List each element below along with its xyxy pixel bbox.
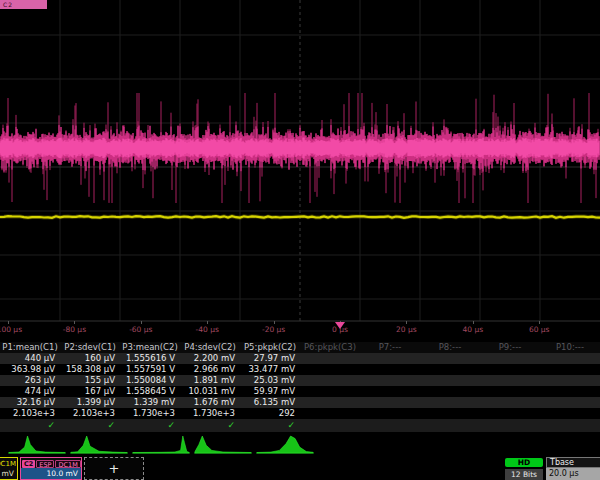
measure-value [420,386,480,397]
timebase-descriptor[interactable]: Tbase 20.0 µs [546,457,600,480]
measure-value [360,375,420,386]
measure-row: 263 µV155 µV1.550084 V1.891 mV25.03 mV [0,375,600,386]
time-axis-label: -40 µs [196,325,219,334]
measure-value: 167 µV [60,386,120,397]
status-check-icon: ✓ [0,419,60,432]
status-check-empty [360,419,420,432]
measure-value [480,353,540,364]
c2-channel-badge: C2 [22,460,35,468]
measure-value: 27.97 mV [240,353,300,364]
time-axis-tick [207,321,208,324]
active-trace-badge[interactable]: C2 [0,0,47,9]
measure-value [360,408,420,419]
measure-header-7[interactable]: P7:--- [360,342,420,353]
measure-value [300,353,360,364]
measure-value: 2.103e+3 [0,408,60,419]
add-trace-button[interactable]: + [84,457,144,480]
measure-value [420,353,480,364]
measure-value [480,386,540,397]
measure-value: 440 µV [0,353,60,364]
timebase-value: 20.0 µs [546,468,600,480]
measure-value [540,364,600,375]
time-axis-label: -20 µs [262,325,285,334]
resolution-bits-label: 12 Bits [505,469,543,480]
measure-header-1[interactable]: P1:mean(C1) [0,342,60,353]
measure-header-row: P1:mean(C1)P2:sdev(C1)P3:mean(C2)P4:sdev… [0,342,600,353]
measure-value: 1.558645 V [120,386,180,397]
measure-value: 1.730e+3 [180,408,240,419]
channel-c2-descriptor[interactable]: C2 ESP DC1M 10.0 mV [20,457,82,480]
histicon-p4[interactable] [194,433,252,456]
status-check-icon: ✓ [180,419,240,432]
time-axis-label: 40 µs [462,325,483,334]
measure-value: 1.339 mV [120,397,180,408]
measure-value: 10.031 mV [180,386,240,397]
status-check-empty [300,419,360,432]
measure-value: 2.103e+3 [60,408,120,419]
measure-value: 2.200 mV [180,353,240,364]
trigger-position-marker[interactable] [335,322,345,329]
waveform-grid [0,0,600,322]
measure-value: 292 [240,408,300,419]
status-check-empty [480,419,540,432]
measure-row: 32.16 µV1.399 µV1.339 mV1.676 mV6.135 mV [0,397,600,408]
c2-coupling-badge: DC1M [55,460,80,468]
measure-value [300,375,360,386]
measure-header-9[interactable]: P9:--- [480,342,540,353]
status-check-empty [540,419,600,432]
measure-header-3[interactable]: P3:mean(C2) [120,342,180,353]
time-axis-label: -100 µs [0,325,22,334]
measure-value [480,364,540,375]
measure-value [360,364,420,375]
measure-value [480,397,540,408]
measure-value: 1.891 mV [180,375,240,386]
histicon-p1[interactable] [8,433,66,456]
measure-value: 1.557591 V [120,364,180,375]
histicon-p2[interactable] [70,433,128,456]
measure-value [420,375,480,386]
measure-header-4[interactable]: P4:sdev(C2) [180,342,240,353]
measure-value: 160 µV [60,353,120,364]
time-axis-label: 20 µs [396,325,417,334]
status-check-icon: ✓ [60,419,120,432]
time-axis-label: -60 µs [129,325,152,334]
histicon-p3[interactable] [132,433,190,456]
measure-value [360,353,420,364]
measurement-table: P1:mean(C1)P2:sdev(C1)P3:mean(C2)P4:sdev… [0,342,600,432]
measure-value: 6.135 mV [240,397,300,408]
measure-value [540,375,600,386]
measure-header-10[interactable]: P10:--- [540,342,600,353]
measure-value: 1.730e+3 [120,408,180,419]
measure-row: 363.98 µV158.308 µV1.557591 V2.966 mV33.… [0,364,600,375]
time-axis-label: -80 µs [63,325,86,334]
c2-volts-per-div: 10.0 mV [21,468,81,479]
measure-value: 263 µV [0,375,60,386]
measure-header-5[interactable]: P5:pkpk(C2) [240,342,300,353]
time-axis-tick [141,321,142,324]
measure-value [360,386,420,397]
measure-value [480,375,540,386]
measure-value: 1.550084 V [120,375,180,386]
measure-value [540,386,600,397]
time-axis-tick [74,321,75,324]
histicon-p5[interactable] [256,433,314,456]
measure-header-8[interactable]: P8:--- [420,342,480,353]
timebase-label: Tbase [546,457,600,468]
measure-value [540,353,600,364]
time-axis-tick [274,321,275,324]
measure-row: 440 µV160 µV1.555616 V2.200 mV27.97 mV [0,353,600,364]
measure-value [300,386,360,397]
measure-value [420,364,480,375]
c1-volts-per-div: 10.0 mV [0,468,17,479]
status-check-icon: ✓ [240,419,300,432]
measure-header-2[interactable]: P2:sdev(C1) [60,342,120,353]
c1-coupling-label: DC1M [0,460,16,468]
measure-value [420,397,480,408]
measure-value: 25.03 mV [240,375,300,386]
measure-value: 2.966 mV [180,364,240,375]
hd-mode-badge[interactable]: HD [505,458,543,467]
measure-status-row: ✓✓✓✓✓ [0,419,600,432]
measure-header-6[interactable]: P6:pkpk(C3) [300,342,360,353]
channel-c1-descriptor[interactable]: DC1M 10.0 mV [0,457,18,480]
measure-value: 158.308 µV [60,364,120,375]
